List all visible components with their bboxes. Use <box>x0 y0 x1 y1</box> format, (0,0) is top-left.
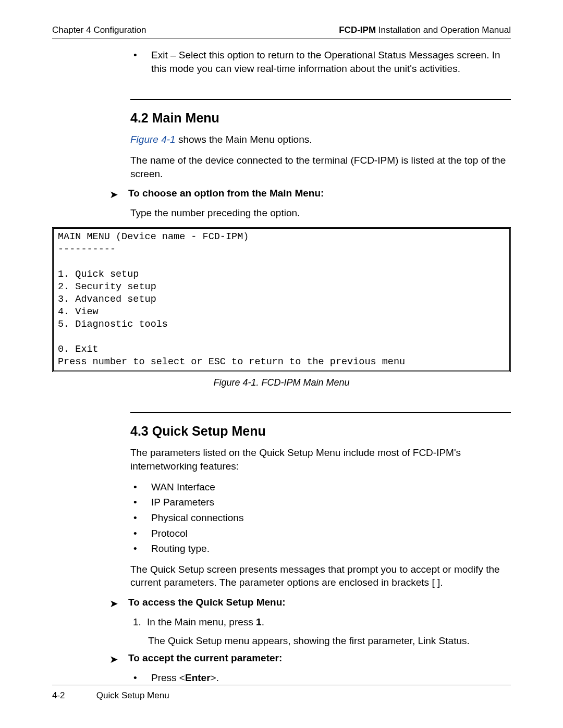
list-item: •WAN Interface <box>130 480 511 494</box>
step-1-post: . <box>262 616 264 627</box>
header-manual: Installation and Operation Manual <box>376 25 511 35</box>
arrow-icon: ➤ <box>109 188 128 201</box>
header-product: FCD-IPM <box>339 25 376 35</box>
para-device-name: The name of the device connected to the … <box>130 154 511 180</box>
procedure-title: To access the Quick Setup Menu: <box>128 597 286 608</box>
list-item: •IP Parameters <box>130 496 511 509</box>
quick-setup-bullets: •WAN Interface•IP Parameters•Physical co… <box>130 480 511 556</box>
bullet-exit: • Exit – Select this option to return to… <box>130 48 511 75</box>
list-item-text: Protocol <box>151 527 188 540</box>
bullet-exit-text: Exit – Select this option to return to t… <box>151 48 511 75</box>
header-left: Chapter 4 Configuration <box>52 25 146 35</box>
procedure-body: Type the number preceding the option. <box>130 206 511 220</box>
bullet-icon: • <box>130 671 151 685</box>
section-4-2: 4.2 Main Menu Figure 4-1 shows the Main … <box>130 99 511 220</box>
section-rule-2 <box>130 412 511 413</box>
bullet-press-enter-text: Press <Enter>. <box>151 671 219 685</box>
page-footer: 4-2 Quick Setup Menu <box>52 685 511 701</box>
page-header: Chapter 4 Configuration FCD-IPM Installa… <box>52 25 511 39</box>
press-post: >. <box>211 672 219 683</box>
arrow-icon: ➤ <box>109 652 128 666</box>
para-qs-prompts: The Quick Setup screen presents messages… <box>130 563 511 589</box>
press-key: Enter <box>185 672 211 683</box>
header-right: FCD-IPM Installation and Operation Manua… <box>339 25 511 35</box>
bullet-icon: • <box>130 542 151 556</box>
list-item-text: WAN Interface <box>151 480 215 494</box>
list-item-text: Routing type. <box>151 542 210 556</box>
list-item-text: Physical connections <box>151 511 243 525</box>
procedure-title: To accept the current parameter: <box>128 652 282 664</box>
section-rule <box>130 99 511 100</box>
page-number: 4-2 <box>52 690 94 701</box>
list-item-text: IP Parameters <box>151 496 214 509</box>
step-1-key: 1 <box>256 616 262 627</box>
heading-4-2: 4.2 Main Menu <box>130 110 511 126</box>
step-1-pre: In the Main menu, press <box>147 616 256 627</box>
bullet-icon: • <box>130 511 151 525</box>
bullet-icon: • <box>130 496 151 509</box>
content-area-top: • Exit – Select this option to return to… <box>130 48 511 75</box>
list-item: •Protocol <box>130 527 511 540</box>
press-pre: Press < <box>151 672 185 683</box>
bullet-press-enter: • Press <Enter>. <box>130 671 511 685</box>
figure-link[interactable]: Figure 4-1 <box>130 134 176 145</box>
heading-4-3: 4.3 Quick Setup Menu <box>130 424 511 439</box>
bullet-icon: • <box>130 527 151 540</box>
step-1: In the Main menu, press 1. <box>144 615 511 629</box>
procedure-choose-option: ➤ To choose an option from the Main Menu… <box>130 188 511 201</box>
terminal-main-menu: MAIN MENU (Device name - FCD-IPM) ------… <box>52 227 511 373</box>
list-item: •Physical connections <box>130 511 511 525</box>
footer-title: Quick Setup Menu <box>96 690 169 700</box>
procedure-access-qs: ➤ To access the Quick Setup Menu: <box>130 597 511 610</box>
procedure-title: To choose an option from the Main Menu: <box>128 188 324 199</box>
figure-caption: Figure 4-1. FCD-IPM Main Menu <box>52 377 511 388</box>
bullet-icon: • <box>130 48 151 75</box>
para-fig-ref: Figure 4-1 shows the Main Menu options. <box>130 133 511 146</box>
procedure-steps: In the Main menu, press 1. <box>130 615 511 629</box>
section-4-3: 4.3 Quick Setup Menu The parameters list… <box>130 412 511 685</box>
para-fig-rest: shows the Main Menu options. <box>176 134 312 145</box>
step-1-result: The Quick Setup menu appears, showing th… <box>148 634 511 648</box>
procedure-accept-param: ➤ To accept the current parameter: <box>130 652 511 666</box>
page: Chapter 4 Configuration FCD-IPM Installa… <box>0 0 563 728</box>
list-item: •Routing type. <box>130 542 511 556</box>
arrow-icon: ➤ <box>109 597 128 610</box>
para-qs-intro: The parameters listed on the Quick Setup… <box>130 446 511 473</box>
bullet-icon: • <box>130 480 151 494</box>
